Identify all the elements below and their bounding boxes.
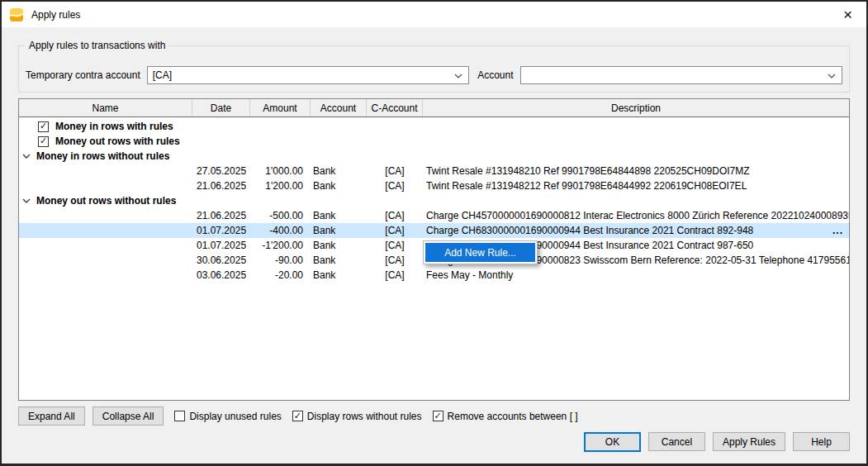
column-header-account[interactable]: Account [311,99,367,116]
context-menu: Add New Rule... [423,240,538,264]
chevron-down-icon[interactable] [22,154,31,159]
tree-row-money-in-with-rules[interactable]: Money in rows with rules [19,119,849,134]
column-header-name[interactable]: Name [19,99,192,116]
more-options-button[interactable]: ... [832,227,849,234]
column-header-description[interactable]: Description [423,99,849,116]
app-logo-icon [9,7,24,22]
remove-accounts-between-checkbox[interactable]: Remove accounts between [ ] [433,411,578,422]
temporary-contra-account-value: [CA] [153,69,172,81]
chevron-down-icon [828,74,836,78]
help-button[interactable]: Help [793,432,850,451]
transaction-row[interactable]: 21.06.2025 1'200.00 Bank [CA] Twint Resa… [19,178,849,193]
column-header-date[interactable]: Date [192,99,250,116]
table-options-bar: Expand All Collapse All Display unused r… [18,407,850,426]
display-rows-without-rules-checkbox[interactable]: Display rows without rules [292,411,422,422]
tree-row-money-out-with-rules[interactable]: Money out rows with rules [19,134,849,149]
titlebar: Apply rules × [2,2,866,27]
chevron-down-icon[interactable] [22,198,31,203]
transaction-row[interactable]: 21.06.2025 -500.00 Bank [CA] Charge CH45… [19,208,849,223]
column-header-amount[interactable]: Amount [250,99,311,116]
checkbox-unchecked-icon[interactable] [174,411,185,421]
ok-button[interactable]: OK [584,432,641,452]
apply-rules-dialog: Apply rules × Apply rules to transaction… [0,0,868,466]
temporary-contra-account-select[interactable]: [CA] [147,66,469,84]
cancel-button[interactable]: Cancel [648,432,705,451]
display-unused-rules-checkbox[interactable]: Display unused rules [174,411,281,422]
menu-item-add-new-rule[interactable]: Add New Rule... [425,243,535,262]
close-button[interactable]: × [829,2,866,27]
transaction-row-selected[interactable]: 01.07.2025 -400.00 Bank [CA] Charge CH68… [19,223,849,238]
account-select[interactable] [520,66,842,84]
column-header-caccount[interactable]: C-Account [367,99,423,116]
dialog-buttons: OK Cancel Apply Rules Help [18,432,850,452]
expand-all-button[interactable]: Expand All [18,407,85,426]
chevron-down-icon [454,74,462,78]
transaction-row[interactable]: 03.06.2025 -20.00 Bank [CA] Fees May - M… [19,268,849,283]
checkbox-checked-icon[interactable] [292,411,303,421]
window-title: Apply rules [31,9,80,21]
tree-row-money-in-without-rules[interactable]: Money in rows without rules [19,149,849,164]
transaction-row[interactable]: 27.05.2025 1'000.00 Bank [CA] Twint Resa… [19,164,849,178]
rules-table: Name Date Amount Account C-Account Descr… [18,98,850,401]
checkbox-checked-icon[interactable] [38,121,49,132]
temporary-contra-account-label: Temporary contra account [26,69,140,81]
collapse-all-button[interactable]: Collapse All [92,407,164,426]
checkbox-checked-icon[interactable] [38,136,49,147]
filter-groupbox: Apply rules to transactions with Tempora… [18,45,850,93]
filter-groupbox-title: Apply rules to transactions with [26,40,168,51]
table-header: Name Date Amount Account C-Account Descr… [19,99,849,117]
apply-rules-button[interactable]: Apply Rules [713,432,785,451]
tree-row-money-out-without-rules[interactable]: Money out rows without rules [19,193,849,208]
checkbox-checked-icon[interactable] [433,411,443,421]
account-label: Account [477,69,513,81]
